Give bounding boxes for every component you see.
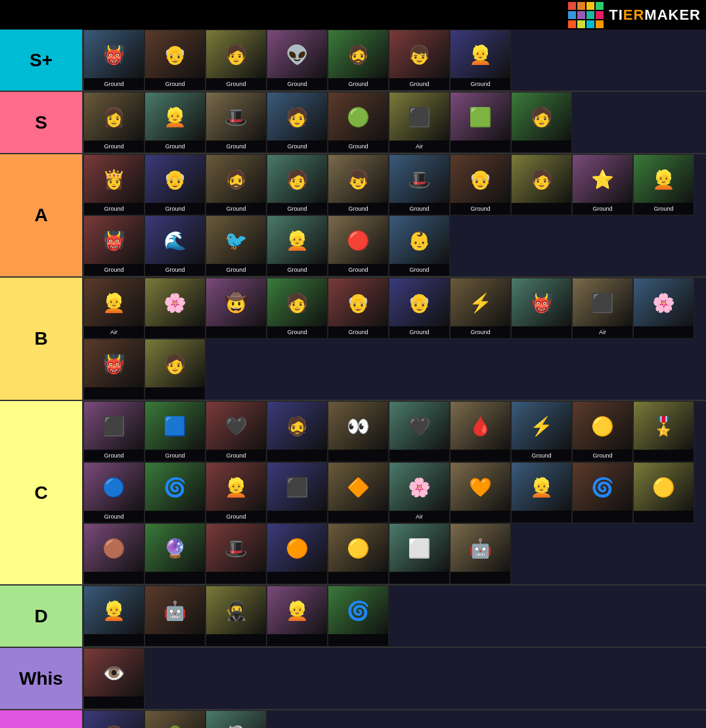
character-cell[interactable]: 👱Air (83, 278, 144, 339)
character-cell[interactable]: 👱Ground (633, 154, 694, 215)
character-cell[interactable]: 🟦Ground (144, 401, 206, 462)
character-cell[interactable]: 🤠 (206, 278, 267, 339)
character-cell[interactable]: ⚡Ground (511, 401, 572, 462)
character-face: 🟢 (328, 93, 388, 141)
character-tag: Ground (84, 450, 144, 461)
character-cell[interactable]: 🎖️ (633, 401, 694, 462)
character-cell[interactable]: 🧔 (267, 401, 328, 462)
tier-content-a: 👸Ground👴Ground🧔Ground🧑Ground👦Ground🎩Grou… (82, 154, 706, 276)
character-cell[interactable]: ⬛Air (389, 92, 450, 153)
character-cell[interactable]: 👱Ground (144, 92, 206, 153)
character-cell[interactable]: 🩸 (450, 401, 511, 462)
tier-container: S+👹Ground👴Ground🧑Ground👽Ground🧔Ground👦Gr… (0, 30, 706, 728)
character-cell[interactable]: 🧑Ground (206, 30, 267, 91)
character-cell[interactable]: 🧡 (450, 462, 511, 523)
character-tag (451, 572, 510, 584)
character-cell[interactable]: 👸Ground (83, 154, 144, 215)
character-cell[interactable]: ⬛Air (572, 278, 633, 339)
character-cell[interactable]: 🟡 (633, 462, 694, 523)
character-cell[interactable]: 🥷 (206, 586, 267, 647)
character-cell[interactable]: 👦Ground (389, 30, 450, 91)
character-cell[interactable]: 🧓 (206, 710, 267, 728)
character-cell[interactable]: 👀 (328, 401, 389, 462)
character-cell[interactable]: 👹 (511, 278, 572, 339)
character-cell[interactable]: 🌀 (144, 462, 206, 523)
character-cell[interactable]: 🧑 (511, 92, 572, 153)
character-cell[interactable]: 👱Ground (267, 215, 328, 276)
character-cell[interactable]: 🐦Ground (206, 215, 267, 276)
character-cell[interactable]: ⚡Ground (450, 278, 511, 339)
character-cell[interactable]: 🤖 (144, 586, 206, 647)
character-cell[interactable]: 🐊 (144, 710, 206, 728)
character-cell[interactable]: 🔶 (328, 462, 389, 523)
character-face: 🎩 (206, 524, 266, 572)
character-cell[interactable]: ⬛ (267, 462, 328, 523)
character-cell[interactable]: 🧑 (511, 154, 572, 215)
character-cell[interactable]: 🧔Ground (328, 30, 389, 91)
character-cell[interactable]: ⬜ (389, 523, 450, 584)
character-cell[interactable]: 👶Ground (389, 215, 450, 276)
character-cell[interactable]: 🧑 (144, 339, 206, 400)
character-face: 👹 (84, 216, 144, 265)
character-cell[interactable]: 👹Ground (83, 30, 144, 91)
character-cell[interactable]: 👩Ground (83, 92, 144, 153)
character-cell[interactable]: 🔵Ground (83, 462, 144, 523)
character-cell[interactable]: 👴Ground (389, 278, 450, 339)
character-tag: Air (389, 511, 449, 523)
character-cell[interactable]: 🟡 (328, 523, 389, 584)
character-cell[interactable]: 🧔Ground (206, 154, 267, 215)
character-cell[interactable]: 🟤 (83, 523, 144, 584)
character-cell[interactable]: 🎩 (206, 523, 267, 584)
character-cell[interactable]: 👱Ground (206, 462, 267, 523)
character-cell[interactable]: 👽Ground (267, 30, 328, 91)
character-cell[interactable]: 🟡Ground (572, 401, 633, 462)
character-cell[interactable]: 🟠 (267, 523, 328, 584)
character-tag (145, 511, 205, 523)
character-tag (512, 326, 571, 338)
character-cell[interactable]: ⭐Ground (572, 154, 633, 215)
character-cell[interactable]: 🌸 (144, 278, 206, 339)
character-cell[interactable]: 👹 (83, 339, 144, 400)
character-cell[interactable]: 🌀 (328, 586, 389, 647)
character-tag: Ground (145, 140, 205, 152)
character-tag (328, 511, 388, 523)
character-cell[interactable]: 👁️ (83, 648, 144, 709)
character-cell[interactable]: 👴Ground (144, 30, 206, 91)
character-cell[interactable]: 🧑Ground (267, 154, 328, 215)
character-cell[interactable]: 🌸 (633, 278, 694, 339)
character-cell[interactable]: 🟢Ground (328, 92, 389, 153)
character-cell[interactable]: 🤖 (450, 523, 511, 584)
character-cell[interactable]: 👱 (83, 586, 144, 647)
character-cell[interactable]: ⬛Ground (83, 401, 144, 462)
character-cell[interactable]: 🧑Ground (267, 278, 328, 339)
character-cell[interactable]: 👦 (83, 710, 144, 728)
character-cell[interactable]: 🌊Ground (144, 215, 206, 276)
character-face: 🎖️ (634, 402, 694, 450)
character-cell[interactable]: 🖤Ground (206, 401, 267, 462)
character-cell[interactable]: 👦Ground (328, 154, 389, 215)
character-cell[interactable]: 🌀 (572, 462, 633, 523)
character-face: 👴 (145, 155, 205, 203)
character-tag (451, 140, 510, 152)
character-cell[interactable]: 👱Ground (450, 30, 511, 91)
character-cell[interactable]: 👱 (511, 462, 572, 523)
character-cell[interactable]: 👴Ground (328, 278, 389, 339)
character-cell[interactable]: 🎩Ground (389, 154, 450, 215)
character-cell[interactable]: 🌸Air (389, 462, 450, 523)
character-cell[interactable]: 👴Ground (144, 154, 206, 215)
character-tag (451, 511, 510, 523)
character-tag: Air (573, 326, 632, 338)
character-face: 🟡 (328, 524, 388, 572)
character-face: ⬜ (389, 524, 449, 572)
character-cell[interactable]: 👹Ground (83, 215, 144, 276)
character-cell[interactable]: 🖤 (389, 401, 450, 462)
character-cell[interactable]: 🧑Ground (267, 92, 328, 153)
character-cell[interactable]: 🔮 (144, 523, 206, 584)
character-cell[interactable]: 🔴Ground (328, 215, 389, 276)
character-cell[interactable]: 🟩 (450, 92, 511, 153)
character-cell[interactable]: 👴Ground (450, 154, 511, 215)
character-face: 👦 (328, 155, 388, 203)
character-face: 🧑 (267, 93, 327, 141)
character-cell[interactable]: 🎩Ground (206, 92, 267, 153)
character-cell[interactable]: 👱 (267, 586, 328, 647)
